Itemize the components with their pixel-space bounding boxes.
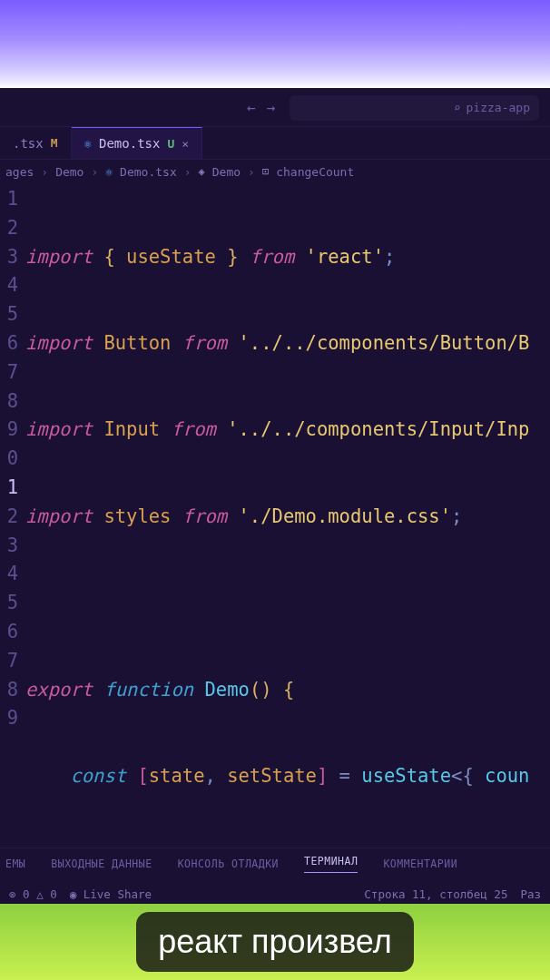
code-line[interactable]: export function Demo() { — [25, 676, 550, 705]
code-line[interactable]: import styles from './Demo.module.css'; — [25, 503, 550, 532]
panel-tab-debug-console[interactable]: КОНСОЛЬ ОТЛАДКИ — [178, 858, 279, 870]
chevron-right-icon: › — [184, 165, 192, 179]
nav-arrows: ← → — [247, 99, 275, 116]
line-number: 7 — [0, 358, 18, 387]
line-number: 6 — [0, 618, 18, 647]
line-number: 4 — [0, 560, 18, 589]
subtitle-caption: реакт произвел — [136, 912, 413, 972]
search-placeholder: pizza-app — [467, 101, 530, 114]
chevron-right-icon: › — [91, 165, 98, 179]
symbol-method-icon: ⊡ — [262, 165, 269, 178]
line-number: 1 — [0, 185, 18, 214]
code-line[interactable]: import Input from '../../components/Inpu… — [25, 416, 550, 445]
broadcast-icon: ◉ — [70, 887, 77, 901]
close-icon[interactable]: × — [182, 137, 189, 151]
code-line[interactable]: import Button from '../../components/But… — [25, 329, 550, 358]
line-number: 2 — [0, 214, 18, 243]
breadcrumb-item[interactable]: Demo — [212, 165, 241, 179]
line-number: 9 — [0, 416, 18, 445]
chevron-right-icon: › — [248, 165, 255, 179]
line-number: 4 — [0, 271, 18, 300]
tab-other[interactable]: .tsx M — [0, 127, 72, 159]
status-bar: ⊗ 0 △ 0 ◉ Live Share Строка 11, столбец … — [0, 882, 550, 906]
status-cursor-position[interactable]: Строка 11, столбец 25 — [364, 887, 507, 901]
code-line[interactable]: import { useState } from 'react'; — [25, 243, 550, 272]
tab-bar: .tsx M ⚛ Demo.tsx U × — [0, 127, 550, 160]
code-line[interactable]: const [state, setState] = useState<{ cou… — [25, 762, 550, 791]
status-errors[interactable]: ⊗ 0 △ 0 — [9, 887, 57, 901]
line-number: 8 — [0, 387, 18, 416]
warning-icon: △ — [36, 887, 44, 901]
editor-window: ← → ⌕ pizza-app .tsx M ⚛ Demo.tsx U × ag… — [0, 89, 550, 980]
line-number: 6 — [0, 329, 18, 358]
breadcrumb-item[interactable]: Demo — [55, 165, 83, 179]
panel-tab-problems[interactable]: ЕМЫ — [5, 858, 25, 870]
status-extra[interactable]: Раз — [520, 887, 541, 901]
command-center-search[interactable]: ⌕ pizza-app — [290, 95, 539, 121]
video-overlay-strip: реакт произвел — [0, 904, 550, 980]
panel-tab-output[interactable]: ВЫХОДНЫЕ ДАННЫЕ — [51, 858, 152, 870]
error-icon: ⊗ — [9, 887, 16, 901]
tab-demo[interactable]: ⚛ Demo.tsx U × — [72, 127, 203, 159]
breadcrumb-item[interactable]: Demo.tsx — [120, 165, 177, 179]
symbol-module-icon: ◈ — [199, 165, 205, 178]
line-number: 8 — [0, 676, 18, 705]
line-number: 2 — [0, 503, 18, 532]
react-icon: ⚛ — [105, 165, 113, 179]
line-number: 9 — [0, 704, 18, 733]
nav-back-icon[interactable]: ← — [247, 99, 256, 116]
modified-badge: M — [51, 136, 58, 150]
line-number: 7 — [0, 647, 18, 676]
breadcrumb-item[interactable]: ages — [5, 165, 34, 179]
breadcrumb-item[interactable]: changeCount — [276, 165, 354, 179]
line-number: 3 — [0, 243, 18, 272]
code-line[interactable] — [25, 589, 550, 618]
title-bar: ← → ⌕ pizza-app — [0, 89, 550, 127]
status-liveshare[interactable]: ◉ Live Share — [70, 887, 152, 901]
panel-tab-terminal[interactable]: ТЕРМИНАЛ — [304, 855, 358, 873]
react-icon: ⚛ — [84, 136, 92, 151]
line-number: 1 — [0, 474, 18, 503]
nav-forward-icon[interactable]: → — [267, 99, 276, 116]
line-number: 5 — [0, 300, 18, 329]
tab-filename: .tsx — [13, 136, 44, 151]
panel-tab-comments[interactable]: КОММЕНТАРИИ — [383, 858, 457, 870]
chevron-right-icon: › — [41, 165, 48, 179]
untracked-badge: U — [167, 137, 174, 151]
bottom-panel-tabs: ЕМЫ ВЫХОДНЫЕ ДАННЫЕ КОНСОЛЬ ОТЛАДКИ ТЕРМ… — [0, 848, 550, 878]
line-number: 3 — [0, 532, 18, 561]
search-icon: ⌕ — [454, 101, 461, 114]
breadcrumb[interactable]: ages › Demo › ⚛ Demo.tsx › ◈ Demo › ⊡ ch… — [0, 160, 550, 183]
line-number: 5 — [0, 589, 18, 618]
line-number: 0 — [0, 445, 18, 474]
tab-filename: Demo.tsx — [99, 136, 160, 151]
